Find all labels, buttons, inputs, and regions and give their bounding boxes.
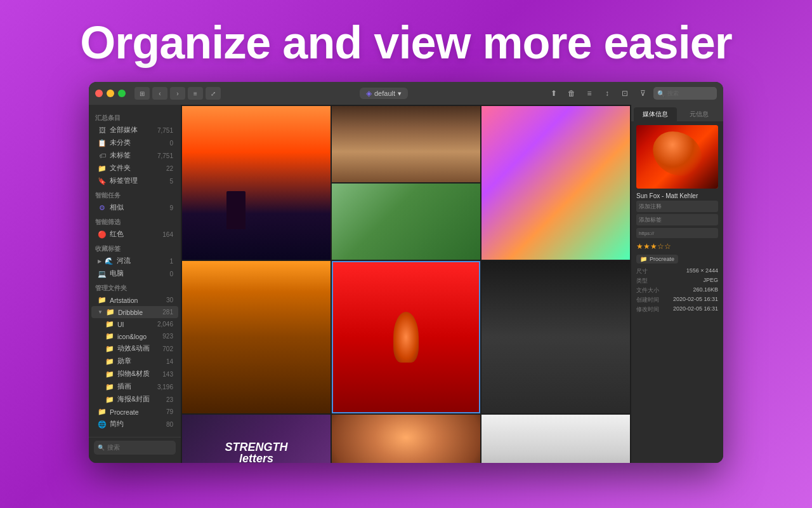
traffic-light-yellow[interactable] [107,90,114,97]
sidebar-item-red[interactable]: 🔴 红色 164 [91,228,178,241]
grid-item-fashion[interactable] [481,261,630,413]
trash-icon[interactable]: 🗑 [565,86,579,100]
default-dropdown[interactable]: ◈ default ▾ [360,88,408,99]
similar-count: 9 [160,204,173,211]
list-view-btn[interactable]: ≡ [188,87,203,100]
sidebar-item-artstation[interactable]: 📁 Artstation 30 [91,294,178,306]
right-panel-tabs: 媒体信息 元信息 [631,105,723,121]
sidebar: 汇总条目 🖼 全部媒体 7,751 📋 未分类 0 🏷 未标签 7, [89,105,181,463]
star-rating[interactable]: ★★★☆☆ [636,242,718,251]
iconlogo-icon: 📁 [105,332,114,340]
computer-count: 0 [160,271,173,277]
section-mgmt-folders: 管理文件夹 [89,280,181,294]
grid-item-bird[interactable] [332,184,480,260]
grid-item-floral[interactable] [481,106,630,260]
tag-input[interactable]: 添加标签 [636,214,718,225]
sort-icon[interactable]: ↕ [600,86,614,100]
url-value: https:// [639,231,654,236]
artwork-title: Sun Fox - Matt Kehler [636,192,718,199]
titlebar: ⊞ ‹ › ≡ ⤢ ◈ default ▾ ⬆ 🗑 ≡ ↕ ⊡ ⊽ 🔍 搜索 [89,82,723,105]
sidebar-item-computer[interactable]: 💻 电脑 0 [91,267,178,280]
river-icon: 🌊 [105,257,114,265]
sidebar-item-river[interactable]: ▶ 🌊 河流 1 [91,255,178,267]
filesize-label: 文件大小 [636,286,659,295]
grid-item-tiger[interactable] [481,415,630,463]
sidebar-item-animation[interactable]: 📁 动效&动画 702 [91,342,178,355]
letters-text: STRENGTHletters [225,441,288,463]
dribbble-icon: 📁 [106,308,115,316]
untagged-count: 7,751 [157,152,173,159]
meta-created: 创建时间 2020-02-05 16:31 [636,296,718,304]
materials-count: 143 [160,371,173,378]
grid-item-portrait[interactable] [332,415,480,463]
layout-icon[interactable]: ⊡ [618,86,632,100]
grid-item-cheetah[interactable] [332,106,480,182]
dribbble-label: Dribbble [118,309,157,316]
meta-modified: 修改时间 2020-02-05 16:31 [636,305,718,314]
sidebar-item-procreate[interactable]: 📁 Procreate 79 [91,406,178,418]
minimal-label: 简约 [110,420,157,429]
minimal-count: 80 [160,421,173,428]
search-box[interactable]: 🔍 搜索 [653,87,717,100]
sidebar-item-ui[interactable]: 📁 UI 2,046 [91,318,178,330]
traffic-light-red[interactable] [95,90,103,97]
tag-placeholder: 添加标签 [639,216,662,224]
grid-item-letters[interactable]: STRENGTHletters [182,415,331,463]
share-icon[interactable]: ⬆ [547,86,561,100]
expand-river-icon: ▶ [98,258,102,264]
poster-count: 23 [160,396,173,403]
all-media-icon: 🖼 [98,126,107,134]
grid-item-fox[interactable] [332,261,480,413]
untagged-icon: 🏷 [98,152,107,159]
sidebar-item-similar[interactable]: ⚙ 相似 9 [91,201,178,214]
sidebar-item-minimal[interactable]: 🌐 简约 80 [91,418,178,431]
expand-btn[interactable]: ⤢ [206,87,221,100]
grid-item-warrior[interactable] [182,261,331,413]
sidebar-item-untagged[interactable]: 🏷 未标签 7,751 [91,149,178,162]
tab-meta-info[interactable]: 元信息 [678,107,721,121]
titlebar-center: ◈ default ▾ [225,88,543,99]
grid-item-fantasy[interactable] [182,106,331,260]
uncategorized-icon: 📋 [98,139,107,147]
url-input[interactable]: https:// [636,228,718,238]
minimal-icon: 🌐 [98,420,107,429]
uncategorized-label: 未分类 [110,138,157,147]
sidebar-item-dribbble[interactable]: ▼ 📁 Dribbble 281 [91,306,178,318]
meta-type: 类型 JPEG [636,277,718,285]
sidebar-item-tag-mgmt[interactable]: 🔖 标签管理 5 [91,175,178,187]
sidebar-search[interactable]: 🔍 搜索 [94,441,176,455]
animation-icon: 📁 [105,345,114,353]
sidebar-item-uncategorized[interactable]: 📋 未分类 0 [91,137,178,149]
sidebar-item-iconlogo[interactable]: 📁 icon&logo 923 [91,330,178,342]
red-label: 红色 [110,230,157,239]
sidebar-search-icon: 🔍 [98,444,105,451]
sidebar-item-all-media[interactable]: 🖼 全部媒体 7,751 [91,124,178,137]
similar-label: 相似 [110,203,157,212]
back-btn[interactable]: ‹ [152,87,167,100]
metadata-section: 尺寸 1556 × 2444 类型 JPEG 文件大小 260.16KB 创 [636,267,718,314]
comment-placeholder: 添加注释 [639,203,662,211]
comment-input[interactable]: 添加注释 [636,201,718,212]
filter-icon[interactable]: ⊽ [636,86,650,100]
sidebar-item-folders[interactable]: 📁 文件夹 22 [91,162,178,175]
sidebar-item-medals[interactable]: 📁 勋章 14 [91,355,178,368]
chevron-down-icon: ▾ [398,90,402,98]
traffic-light-green[interactable] [118,90,126,97]
medals-count: 14 [160,358,173,365]
grid-view-btn[interactable]: ⊞ [134,87,150,100]
medals-icon: 📁 [105,358,114,366]
headline: Organize and view more easier [80,18,731,68]
tab-media-info[interactable]: 媒体信息 [634,107,677,121]
list-icon[interactable]: ≡ [582,86,596,100]
sidebar-item-illustration[interactable]: 📁 插画 3,196 [91,380,178,393]
untagged-label: 未标签 [110,151,154,160]
sidebar-item-materials[interactable]: 📁 拟物&材质 143 [91,368,178,380]
animation-count: 702 [160,345,173,352]
tag-mgmt-count: 5 [160,178,173,185]
forward-btn[interactable]: › [170,87,185,100]
procreate-badge-label: Procreate [650,256,674,262]
iconlogo-label: icon&logo [117,333,157,340]
sidebar-item-poster[interactable]: 📁 海报&封面 23 [91,393,178,406]
section-smart-filter: 智能筛选 [89,214,181,228]
meta-filesize: 文件大小 260.16KB [636,286,718,295]
